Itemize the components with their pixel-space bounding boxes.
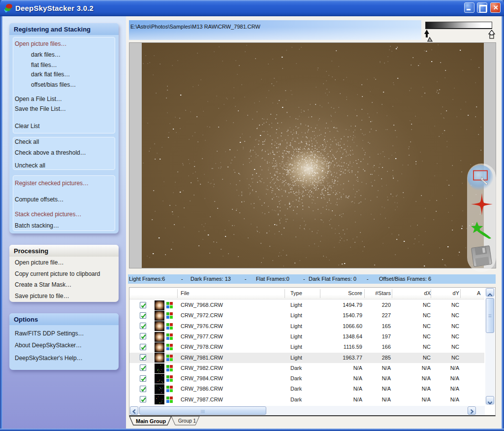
svg-text:Main Group: Main Group	[136, 418, 166, 424]
svg-text:Group 1: Group 1	[178, 418, 196, 424]
